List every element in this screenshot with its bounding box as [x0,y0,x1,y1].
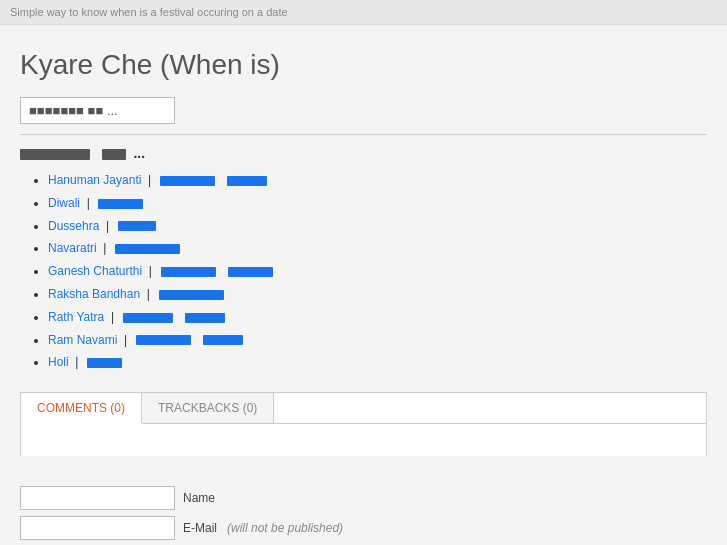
search-input[interactable] [20,97,175,124]
tab-trackbacks[interactable]: TRACKBACKS (0) [142,393,274,423]
form-section: Name E-Mail (will not be published) Webs… [0,476,727,545]
date-block [227,176,267,186]
date-block [228,267,273,277]
redacted-block-2 [102,149,126,160]
name-input[interactable] [20,486,175,510]
search-area [20,97,707,124]
date-block [115,244,180,254]
tab-content [21,424,706,456]
list-item: Diwali | [48,192,707,215]
list-item: Holi | [48,351,707,374]
date-block [185,313,225,323]
date-block [161,267,216,277]
tagline: Simple way to know when is a festival oc… [0,0,727,25]
festival-link[interactable]: Raksha Bandhan [48,287,140,301]
list-item: Navaratri | [48,237,707,260]
main-content: Kyare Che (When is) ... Hanuman Jayanti … [0,25,727,476]
tabs-header: COMMENTS (0) TRACKBACKS (0) [21,393,706,424]
date-block [118,221,156,231]
list-item: Ganesh Chaturthi | [48,260,707,283]
date-block [203,335,243,345]
page-title: Kyare Che (When is) [20,49,707,81]
list-item: Hanuman Jayanti | [48,169,707,192]
list-item: Dussehra | [48,215,707,238]
festival-list: Hanuman Jayanti | Diwali | Dussehra | [20,169,707,374]
tab-trackbacks-label: TRACKBACKS (0) [158,401,257,415]
festival-link[interactable]: Rath Yatra [48,310,104,324]
festival-link[interactable]: Ganesh Chaturthi [48,264,142,278]
results-title: ... [20,145,707,161]
date-block [87,358,122,368]
list-item: Rath Yatra | [48,306,707,329]
form-row-name: Name [20,486,707,510]
email-input[interactable] [20,516,175,540]
email-label: E-Mail (will not be published) [183,521,343,535]
tab-comments-label: COMMENTS (0) [37,401,125,415]
date-block [160,176,215,186]
date-block [159,290,224,300]
festival-link[interactable]: Navaratri [48,241,97,255]
tabs-section: COMMENTS (0) TRACKBACKS (0) [20,392,707,456]
email-label-text: E-Mail [183,521,217,535]
date-block [136,335,191,345]
festival-link[interactable]: Dussehra [48,219,99,233]
list-item: Ram Navami | [48,329,707,352]
divider [20,134,707,135]
festival-link[interactable]: Holi [48,355,69,369]
name-label: Name [183,491,215,505]
festival-link[interactable]: Hanuman Jayanti [48,173,141,187]
date-block [98,199,143,209]
date-block [123,313,173,323]
page-title-text: Kyare Che (When is) [20,49,280,80]
festival-link[interactable]: Diwali [48,196,80,210]
results-section: ... Hanuman Jayanti | Diwali | Dussehr [20,145,707,374]
list-item: Raksha Bandhan | [48,283,707,306]
festival-link[interactable]: Ram Navami [48,333,117,347]
tagline-text: Simple way to know when is a festival oc… [10,6,288,18]
tab-comments[interactable]: COMMENTS (0) [21,393,142,424]
redacted-block-1 [20,149,90,160]
email-note: (will not be published) [227,521,343,535]
form-row-email: E-Mail (will not be published) [20,516,707,540]
